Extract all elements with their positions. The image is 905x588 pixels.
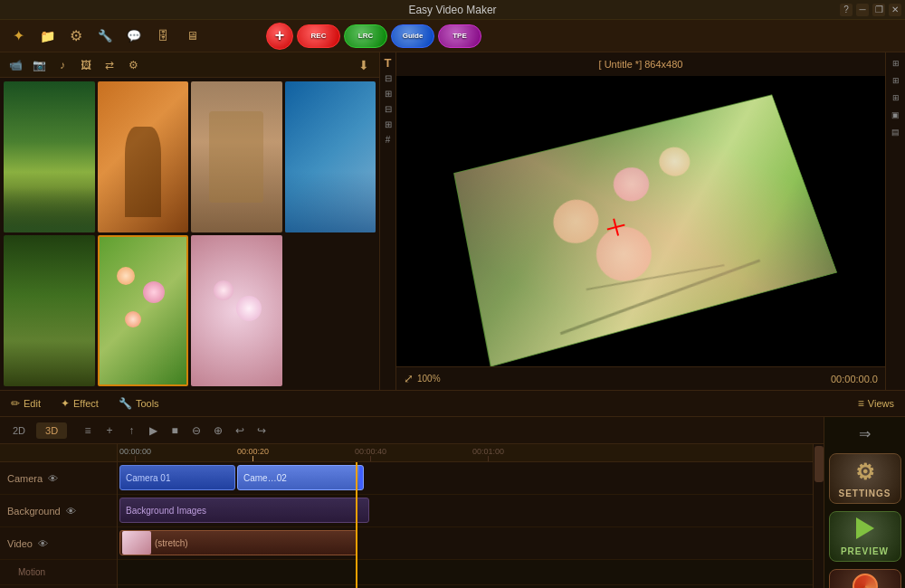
file-open-icon[interactable]: 📁 [34, 24, 60, 49]
timeline-area: Camera 👁 Background 👁 Video 👁 Motion [0, 444, 824, 588]
time-ruler: 00:00:00 00:00:20 00:00:40 00:01:00 [118, 444, 813, 462]
mode-2d-button[interactable]: 2D [4, 422, 34, 439]
chat-icon[interactable]: 💬 [121, 24, 147, 49]
track-label-video: Video 👁 [0, 527, 117, 560]
thumbnail-2[interactable] [98, 81, 189, 232]
lrc-button[interactable]: LRC [344, 24, 387, 48]
effect-icon: ✦ [61, 397, 70, 410]
video-clip-thumb [122, 531, 151, 555]
effect-tab[interactable]: ✦ Effect [53, 395, 106, 412]
video-eye-icon[interactable]: 👁 [38, 538, 48, 549]
image-media-icon[interactable]: 🖼 [76, 55, 96, 75]
guide-button[interactable]: Guide [391, 24, 434, 48]
transition-media-icon[interactable]: ⇄ [100, 55, 119, 75]
app-logo-icon: ✦ [5, 24, 31, 49]
app-title: Easy Video Maker [408, 4, 496, 16]
redo-icon[interactable]: ↪ [252, 422, 272, 440]
help-button[interactable]: ? [840, 4, 853, 16]
camera-eye-icon[interactable]: 👁 [48, 473, 58, 484]
v-scroll-thumb[interactable] [814, 446, 824, 482]
background-track-label-text: Background [7, 506, 61, 517]
zoom-out-icon[interactable]: ⊖ [186, 422, 206, 440]
expand-icon: ⤢ [404, 372, 414, 385]
undo-icon[interactable]: ↩ [230, 422, 250, 440]
right-action-panel: ⇒ ⚙ Settings Preview Render [824, 417, 905, 588]
playhead[interactable] [356, 462, 357, 588]
timeline-vertical-scrollbar[interactable] [813, 444, 824, 588]
photo-media-icon[interactable]: 📷 [29, 55, 49, 75]
thumbnail-1[interactable] [4, 81, 95, 232]
camera-clip-2[interactable]: Came…02 [237, 465, 364, 490]
views-icon: ≡ [858, 397, 864, 410]
close-button[interactable]: ✕ [889, 4, 901, 16]
zoom-in-icon[interactable]: ⊕ [208, 422, 228, 440]
restore-button[interactable]: ❐ [872, 4, 885, 16]
thumbnail-4[interactable] [285, 81, 376, 232]
background-track-row: Background Images [118, 495, 813, 527]
preview-header: [ Untitle *] 864x480 [396, 52, 885, 76]
video-media-icon[interactable]: 📹 [5, 55, 25, 75]
layout-2x2-icon[interactable]: ⊞ [889, 73, 903, 88]
stop-icon[interactable]: ■ [165, 422, 185, 440]
camera-clip-1[interactable]: Camera 01 [119, 465, 235, 490]
track-label-camera: Camera 👁 [0, 462, 117, 495]
camera-track-label-text: Camera [7, 473, 43, 484]
align-left-icon[interactable]: ⊟ [382, 71, 395, 84]
preview-canvas[interactable] [396, 76, 885, 366]
time-mark-40: 00:00:40 [355, 447, 386, 461]
database-icon[interactable]: 🗄 [150, 24, 176, 49]
grid-icon[interactable]: ⊞ [382, 118, 395, 130]
tools-icon[interactable]: 🔧 [92, 24, 118, 49]
monitor-icon[interactable]: 🖥 [179, 24, 205, 49]
background-eye-icon[interactable]: 👁 [66, 506, 76, 517]
main-toolbar: ✦ 📁 ⚙ 🔧 💬 🗄 🖥 + REC LRC Guide TPE [0, 20, 905, 52]
play-icon[interactable]: ▶ [143, 422, 163, 440]
preview-image [453, 94, 837, 366]
layout-grid-icon[interactable]: ⊞ [889, 90, 903, 105]
video-track-label-text: Video [7, 538, 33, 549]
thumbnail-5[interactable] [4, 235, 95, 386]
zoom-level: 100% [417, 374, 441, 384]
timeline-tracks: 00:00:00 00:00:20 00:00:40 00:01:00 [118, 444, 813, 588]
background-clip[interactable]: Background Images [119, 498, 369, 523]
settings-label: Settings [838, 488, 891, 498]
plugin-media-icon[interactable]: ⚙ [123, 55, 143, 75]
download-icon[interactable]: ⬇ [354, 55, 374, 75]
preview-button[interactable]: Preview [829, 511, 901, 562]
layout-4x4-icon[interactable]: ⊞ [889, 56, 903, 71]
tools-tab[interactable]: 🔧 Tools [111, 395, 167, 412]
thumbnail-3[interactable] [191, 81, 282, 232]
align-center-icon[interactable]: ⊞ [382, 87, 395, 100]
tpe-button[interactable]: TPE [438, 24, 481, 48]
video-clip[interactable]: (stretch) [119, 530, 357, 555]
add-track-icon[interactable]: + [100, 422, 119, 440]
audio-media-icon[interactable]: ♪ [52, 55, 72, 75]
layout-bottom-icon[interactable]: ▤ [889, 125, 903, 139]
render-button[interactable]: Render [829, 569, 901, 588]
timeline-menu-icon[interactable]: ≡ [78, 422, 98, 440]
video-track-row: (stretch) [118, 527, 813, 560]
text-tool-icon[interactable]: T [382, 56, 395, 69]
3d-cursor [605, 216, 627, 238]
settings-button[interactable]: ⚙ Settings [829, 453, 901, 504]
preview-3d-view [453, 94, 837, 366]
thumbnail-7[interactable] [191, 235, 282, 386]
timeline-mode-bar: 2D 3D ≡ + ↑ ▶ ■ ⊖ ⊕ ↩ ↪ [0, 417, 824, 444]
add-button[interactable]: + [266, 23, 293, 50]
edit-icon: ✏ [11, 397, 20, 410]
views-tab[interactable]: ≡ Views [851, 395, 901, 412]
edit-tab[interactable]: ✏ Edit [4, 395, 48, 412]
mode-3d-button[interactable]: 3D [36, 422, 67, 439]
upload-icon[interactable]: ↑ [121, 422, 141, 440]
align-right-icon[interactable]: ⊟ [382, 102, 395, 115]
zoom-control[interactable]: ⤢ 100% [404, 372, 441, 385]
minimize-button[interactable]: ─ [856, 4, 869, 16]
settings-gear-icon: ⚙ [855, 460, 875, 485]
track-labels: Camera 👁 Background 👁 Video 👁 Motion [0, 444, 118, 588]
layout-single-icon[interactable]: ▣ [889, 108, 903, 122]
settings-icon[interactable]: ⚙ [63, 24, 89, 49]
thumbnail-6-selected[interactable] [98, 235, 189, 386]
hashtag-icon[interactable]: # [382, 133, 395, 146]
rec-button[interactable]: REC [297, 24, 340, 48]
preview-label: Preview [841, 546, 889, 556]
